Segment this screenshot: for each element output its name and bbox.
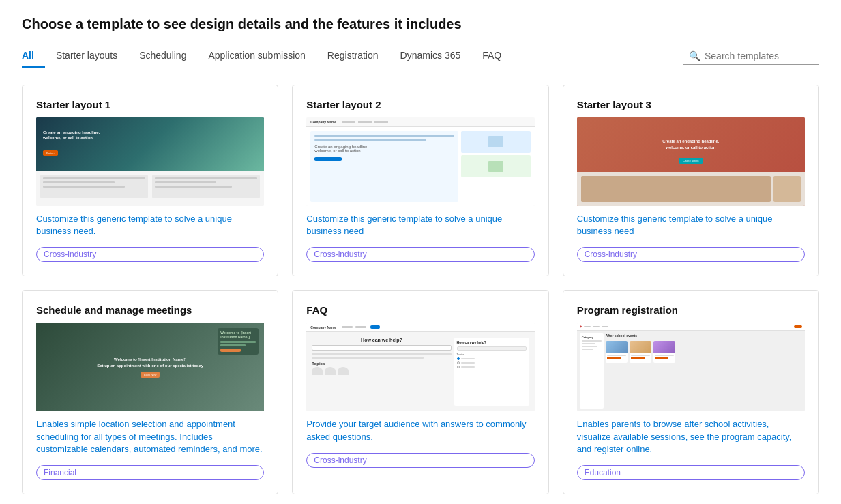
card-faq[interactable]: FAQ Company Name How can we help? Topics bbox=[292, 290, 548, 494]
card-starter-layout-2[interactable]: Starter layout 2 Company Name Create an … bbox=[292, 85, 548, 276]
card-description: Enables parents to browse after school a… bbox=[577, 418, 805, 456]
tab-all[interactable]: All bbox=[22, 44, 45, 68]
search-input[interactable] bbox=[705, 50, 814, 61]
card-starter-layout-1[interactable]: Starter layout 1 Create an engaging head… bbox=[22, 85, 278, 276]
card-starter-layout-3[interactable]: Starter layout 3 Create an engaging head… bbox=[563, 85, 819, 276]
tab-starter-layouts[interactable]: Starter layouts bbox=[45, 44, 128, 68]
card-description: Enables simple location selection and ap… bbox=[36, 418, 264, 456]
card-preview-image: Welcome to [Insert Institution Name!]Set… bbox=[36, 323, 264, 411]
card-description: Customize this generic template to solve… bbox=[36, 213, 264, 237]
card-tag: Cross-industry bbox=[577, 247, 805, 262]
nav-tabs: All Starter layouts Scheduling Applicati… bbox=[22, 44, 683, 68]
card-tag: Education bbox=[577, 465, 805, 480]
card-description: Customize this generic template to solve… bbox=[306, 213, 534, 237]
tab-dynamics365[interactable]: Dynamics 365 bbox=[389, 44, 472, 68]
card-preview-image: Company Name How can we help? Topics bbox=[306, 323, 534, 411]
card-tag: Cross-industry bbox=[36, 247, 264, 262]
card-tag: Cross-industry bbox=[306, 453, 534, 468]
card-tag: Cross-industry bbox=[306, 247, 534, 262]
card-title: Starter layout 1 bbox=[36, 99, 264, 110]
navigation-bar: All Starter layouts Scheduling Applicati… bbox=[22, 44, 819, 68]
tab-application-submission[interactable]: Application submission bbox=[197, 44, 316, 68]
card-preview-image: ◆ Category After school event bbox=[577, 323, 805, 411]
search-icon: 🔍 bbox=[689, 50, 700, 61]
card-schedule-meetings[interactable]: Schedule and manage meetings Welcome to … bbox=[22, 290, 278, 494]
search-box[interactable]: 🔍 bbox=[683, 48, 819, 65]
tab-registration[interactable]: Registration bbox=[316, 44, 389, 68]
card-description: Customize this generic template to solve… bbox=[577, 213, 805, 237]
tab-faq[interactable]: FAQ bbox=[471, 44, 512, 68]
card-title: Program registration bbox=[577, 304, 805, 316]
page-title: Choose a template to see design details … bbox=[22, 16, 819, 32]
card-preview-image: Create an engaging headline,welcome, or … bbox=[36, 117, 264, 206]
card-title: Starter layout 2 bbox=[306, 99, 534, 110]
card-title: Schedule and manage meetings bbox=[36, 304, 264, 316]
card-description: Provide your target audience with answer… bbox=[306, 418, 534, 443]
card-preview-image: Company Name Create an engaging headline… bbox=[306, 117, 534, 206]
card-program-registration[interactable]: Program registration ◆ Category bbox=[563, 290, 819, 494]
card-title: Starter layout 3 bbox=[577, 99, 805, 110]
card-title: FAQ bbox=[306, 304, 534, 316]
template-grid: Starter layout 1 Create an engaging head… bbox=[22, 85, 819, 494]
tab-scheduling[interactable]: Scheduling bbox=[128, 44, 197, 68]
card-preview-image: Create an engaging headline,welcome, or … bbox=[577, 117, 805, 206]
card-tag: Financial bbox=[36, 465, 264, 480]
